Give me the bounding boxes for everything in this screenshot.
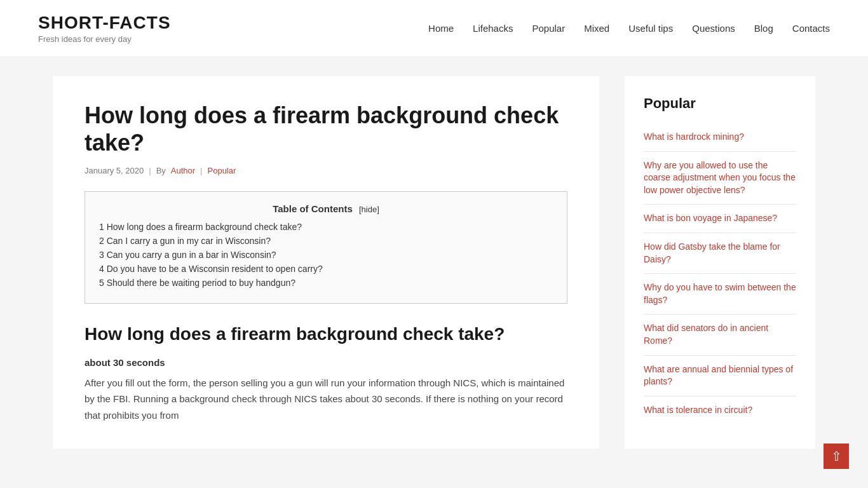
- toc-item: 3 Can you carry a gun in a bar in Wiscon…: [99, 250, 553, 260]
- sidebar-link-item: How did Gatsby take the blame for Daisy?: [644, 233, 796, 274]
- sidebar-link-item: What is bon voyage in Japanese?: [644, 205, 796, 233]
- article-category[interactable]: Popular: [208, 166, 236, 175]
- meta-sep2: |: [200, 166, 202, 175]
- nav-item-useful-tips[interactable]: Useful tips: [628, 23, 673, 34]
- article-title: How long does a firearm background check…: [85, 102, 567, 156]
- article-meta: January 5, 2020 | By Author | Popular: [85, 166, 567, 175]
- sidebar-link[interactable]: Why are you allowed to use the coarse ad…: [644, 160, 796, 195]
- toc-link[interactable]: 5 Should there be waiting period to buy …: [99, 278, 295, 288]
- sidebar: Popular What is hardrock mining?Why are …: [625, 76, 815, 449]
- sidebar-link[interactable]: What is tolerance in circuit?: [644, 405, 752, 415]
- toc-link[interactable]: 4 Do you have to be a Wisconsin resident…: [99, 264, 323, 274]
- page-wrap: How long does a firearm background check…: [27, 57, 841, 468]
- answer-label: about 30 seconds: [85, 355, 567, 371]
- sidebar-link[interactable]: How did Gatsby take the blame for Daisy?: [644, 241, 780, 264]
- sidebar-title: Popular: [644, 95, 796, 112]
- nav-item-lifehacks[interactable]: Lifehacks: [473, 23, 513, 34]
- toc-item: 5 Should there be waiting period to buy …: [99, 278, 553, 288]
- nav-item-mixed[interactable]: Mixed: [584, 23, 609, 34]
- meta-by: By: [156, 166, 166, 175]
- sidebar-link-item: What did senators do in ancient Rome?: [644, 315, 796, 355]
- sidebar-link[interactable]: What is hardrock mining?: [644, 132, 744, 142]
- nav-item-home[interactable]: Home: [428, 23, 454, 34]
- sidebar-link-item: Why are you allowed to use the coarse ad…: [644, 152, 796, 205]
- site-tagline: Fresh ideas for every day: [38, 34, 171, 44]
- article-author[interactable]: Author: [171, 166, 195, 175]
- article-body: about 30 seconds After you fill out the …: [85, 355, 567, 423]
- toc-item: 4 Do you have to be a Wisconsin resident…: [99, 264, 553, 274]
- toc-item: 2 Can I carry a gun in my car in Wiscons…: [99, 236, 553, 246]
- meta-sep1: |: [149, 166, 151, 175]
- main-nav: HomeLifehacksPopularMixedUseful tipsQues…: [428, 23, 830, 34]
- sidebar-link[interactable]: What did senators do in ancient Rome?: [644, 323, 768, 346]
- sidebar-link[interactable]: Why do you have to swim between the flag…: [644, 282, 796, 305]
- sidebar-link-item: What are annual and biennial types of pl…: [644, 356, 796, 396]
- table-of-contents: Table of Contents [hide] 1 How long does…: [85, 191, 567, 304]
- body-text: After you fill out the form, the person …: [85, 375, 567, 424]
- toc-hide-link[interactable]: [hide]: [359, 205, 379, 214]
- sidebar-links: What is hardrock mining?Why are you allo…: [644, 123, 796, 424]
- toc-list: 1 How long does a firearm background che…: [99, 222, 553, 288]
- sidebar-link-item: What is tolerance in circuit?: [644, 396, 796, 424]
- toc-link[interactable]: 1 How long does a firearm background che…: [99, 222, 302, 232]
- nav-item-blog[interactable]: Blog: [754, 23, 773, 34]
- site-branding: SHORT-FACTS Fresh ideas for every day: [38, 13, 171, 44]
- site-header: SHORT-FACTS Fresh ideas for every day Ho…: [0, 0, 868, 57]
- nav-item-contacts[interactable]: Contacts: [792, 23, 830, 34]
- toc-title: Table of Contents [hide]: [99, 203, 553, 214]
- toc-link[interactable]: 2 Can I carry a gun in my car in Wiscons…: [99, 236, 271, 246]
- nav-item-popular[interactable]: Popular: [532, 23, 565, 34]
- scroll-to-top-button[interactable]: ⇧: [824, 444, 849, 468]
- sidebar-link[interactable]: What is bon voyage in Japanese?: [644, 213, 777, 223]
- site-title[interactable]: SHORT-FACTS: [38, 13, 171, 32]
- sidebar-link-item: What is hardrock mining?: [644, 123, 796, 152]
- main-content: How long does a firearm background check…: [53, 76, 599, 449]
- toc-link[interactable]: 3 Can you carry a gun in a bar in Wiscon…: [99, 250, 276, 260]
- article-date: January 5, 2020: [85, 166, 144, 175]
- section-heading: How long does a firearm background check…: [85, 323, 567, 345]
- nav-item-questions[interactable]: Questions: [692, 23, 735, 34]
- toc-item: 1 How long does a firearm background che…: [99, 222, 553, 232]
- sidebar-link[interactable]: What are annual and biennial types of pl…: [644, 364, 793, 387]
- sidebar-link-item: Why do you have to swim between the flag…: [644, 274, 796, 315]
